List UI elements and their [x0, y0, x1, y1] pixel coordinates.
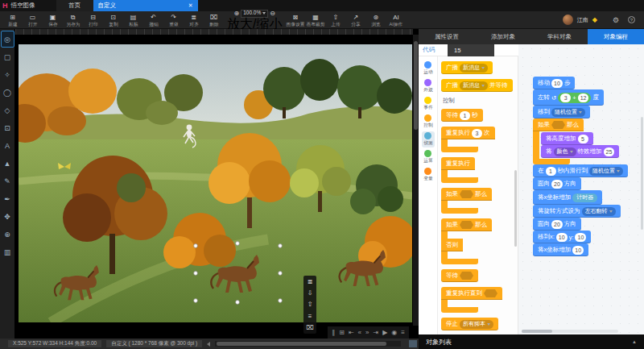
category-control[interactable]: 控制 — [422, 114, 435, 130]
broadcast-dropdown[interactable]: 新消息 — [460, 81, 488, 90]
lasso-tool[interactable]: ◯ — [1, 84, 14, 101]
tab-custom[interactable]: 自定义 ✕ — [93, 0, 198, 11]
palette-block-repeat[interactable]: 重复执行3次 — [441, 127, 495, 152]
script-workspace[interactable]: 移动 10 步 左转 ↺ 3 + 12 度 移到 随机位置 — [518, 44, 644, 334]
number-input[interactable]: 12 — [578, 93, 589, 102]
crop-tool[interactable]: ⊡ — [1, 119, 14, 136]
tab-home[interactable]: 首页 — [56, 0, 93, 11]
script-horizontal-scrollbar[interactable] — [522, 330, 618, 333]
image-settings-button[interactable]: ⊠图像设置 — [285, 14, 305, 27]
category-operators[interactable]: 运算 — [422, 149, 435, 165]
number-input[interactable]: 20 — [551, 220, 563, 229]
next-frame-icon[interactable]: » — [365, 329, 369, 336]
category-sensing[interactable]: 侦测 — [422, 131, 435, 147]
collapse-icon[interactable]: ▲ — [632, 339, 637, 344]
block-turn-left[interactable]: 左转 ↺ 3 + 12 度 — [533, 89, 604, 106]
palette-block-wait[interactable]: 等待 1 秒 — [441, 109, 483, 122]
paste-button[interactable]: ▤粘贴 — [123, 14, 143, 27]
copy-button[interactable]: ⊡复制 — [103, 14, 123, 27]
text-tool[interactable]: A — [1, 137, 14, 154]
play-icon[interactable]: ▶ — [382, 329, 387, 336]
block-change-x[interactable]: 将x坐标增加 10 — [533, 243, 588, 256]
palette-block-wait-until[interactable]: 等待 — [441, 269, 478, 282]
record-icon[interactable]: ◉ — [391, 329, 397, 336]
number-input[interactable]: 25 — [604, 147, 615, 156]
category-motion[interactable]: 运动 — [422, 60, 435, 77]
number-input[interactable]: 10 — [551, 79, 563, 88]
canvas-horizontal-scrollbar[interactable] — [215, 341, 401, 347]
undo-button[interactable]: ↶撤销 — [143, 14, 163, 27]
operator-add-block[interactable]: 3 + 12 — [558, 93, 591, 103]
stop-dropdown[interactable]: 所有脚本 — [460, 320, 493, 329]
prev-frame-icon[interactable]: « — [358, 329, 361, 336]
number-input[interactable]: 3 — [472, 129, 482, 138]
bring-to-front-icon[interactable]: ≣ — [308, 278, 313, 285]
rotation-dropdown[interactable]: 左右翻转 — [582, 207, 616, 216]
block-if[interactable]: 如果那么 将高度增加 5 将 颜色 特效增加 25 — [533, 118, 619, 164]
move-up-layer-icon[interactable]: ⇧ — [308, 301, 313, 308]
effect-dropdown[interactable]: 颜色 — [554, 147, 576, 156]
pattern-tool[interactable]: ▥ — [1, 243, 14, 260]
block-point-direction[interactable]: 面向 20 方向 — [533, 177, 581, 190]
condition-slot[interactable] — [460, 221, 473, 229]
stamp-tool[interactable]: ⊕ — [1, 226, 14, 243]
script-vertical-scrollbar[interactable] — [641, 117, 643, 230]
category-variables[interactable]: 变量 — [422, 167, 435, 183]
palette-block-if[interactable]: 如果那么 — [441, 188, 492, 214]
block-glide[interactable]: 在 1 秒内滑行到 随机位置 — [533, 164, 628, 177]
brush-tool[interactable]: ✎ — [1, 172, 14, 189]
palette-block-if-else[interactable]: 如果那么 否则 — [441, 218, 492, 264]
upload-button[interactable]: ⇧上传 — [325, 14, 345, 27]
zoom-value-dropdown[interactable]: 100.0% — [241, 10, 268, 18]
save-as-button[interactable]: ⧉另存为 — [63, 14, 83, 27]
trash-icon[interactable]: ⌧ — [306, 324, 313, 331]
menu-icon[interactable]: ≡ — [401, 329, 405, 336]
number-input[interactable]: 10 — [572, 246, 584, 255]
timer-reporter[interactable]: 计时器 — [572, 193, 597, 202]
redo-button[interactable]: ↷重做 — [163, 14, 184, 27]
help-icon[interactable]: ? — [628, 16, 635, 23]
palette-block-broadcast[interactable]: 广播 新消息 — [441, 61, 493, 74]
tab-close-icon[interactable]: ✕ — [188, 2, 193, 9]
share-button[interactable]: ↗分享 — [345, 14, 365, 27]
magic-wand-tool[interactable]: ✧ — [1, 66, 14, 83]
browse-button[interactable]: ⊛浏览 — [365, 14, 386, 27]
ai-actions-button[interactable]: AIAI操作 — [386, 14, 406, 27]
move-down-layer-icon[interactable]: ⇩ — [308, 289, 313, 297]
position-dropdown[interactable]: 随机位置 — [551, 108, 585, 117]
align-button[interactable]: ≣对齐 — [184, 14, 204, 27]
zoom-in-icon[interactable]: ⊕ — [234, 10, 240, 17]
block-point-direction[interactable]: 面向 20 方向 — [533, 218, 581, 231]
marquee-tool[interactable]: ▢ — [1, 48, 14, 65]
block-move[interactable]: 移动 10 步 — [533, 77, 575, 89]
category-looks[interactable]: 外观 — [422, 78, 435, 94]
zoom-out-icon[interactable]: ⊖ — [270, 10, 275, 17]
object-list-bar[interactable]: 对象列表 ▲ — [419, 334, 644, 349]
condition-slot[interactable] — [460, 272, 473, 280]
condition-slot[interactable] — [484, 289, 497, 297]
pause-icon[interactable]: ∥ — [332, 329, 335, 336]
canvas-photo[interactable] — [19, 44, 412, 322]
save-button[interactable]: ▣保存 — [43, 14, 63, 27]
broadcast-dropdown[interactable]: 新消息 — [460, 64, 488, 73]
new-button[interactable]: ⊞新建 — [2, 14, 23, 27]
block-color-effect[interactable]: 将 颜色 特效增加 25 — [541, 145, 619, 158]
tab-add-object[interactable]: 添加对象 — [475, 29, 531, 44]
fill-tool[interactable]: ◇ — [1, 102, 14, 118]
avatar[interactable] — [563, 15, 573, 25]
tab-object-programming[interactable]: 对象编程 — [588, 29, 644, 44]
frame-grid-icon[interactable]: ⊞ — [339, 329, 345, 336]
number-input[interactable]: 10 — [556, 233, 568, 242]
number-input[interactable]: 10 — [575, 233, 586, 242]
block-goto-xy[interactable]: 移到x: 10 y: 10 — [533, 231, 591, 243]
block-goto-random[interactable]: 移到 随机位置 — [533, 106, 590, 118]
canvas-crop-button[interactable]: ▦画布裁剪 — [305, 14, 325, 27]
hand-tool[interactable]: ✥ — [1, 208, 14, 225]
number-input[interactable]: 20 — [551, 180, 563, 189]
code-label[interactable]: 代码 — [423, 46, 435, 54]
canvas-area[interactable]: ≣ ⇩ ⇧ ≡ ⌧ ∥ ⊞ ⇤ « » ⇥ ▶ ◉ ≡ — [15, 29, 419, 339]
palette-block-forever[interactable]: 重复执行 — [441, 157, 478, 183]
palette-scrollbar[interactable] — [514, 170, 517, 247]
object-script-tab[interactable]: 15 — [448, 44, 494, 56]
gear-icon[interactable]: ⚙ — [613, 16, 619, 24]
